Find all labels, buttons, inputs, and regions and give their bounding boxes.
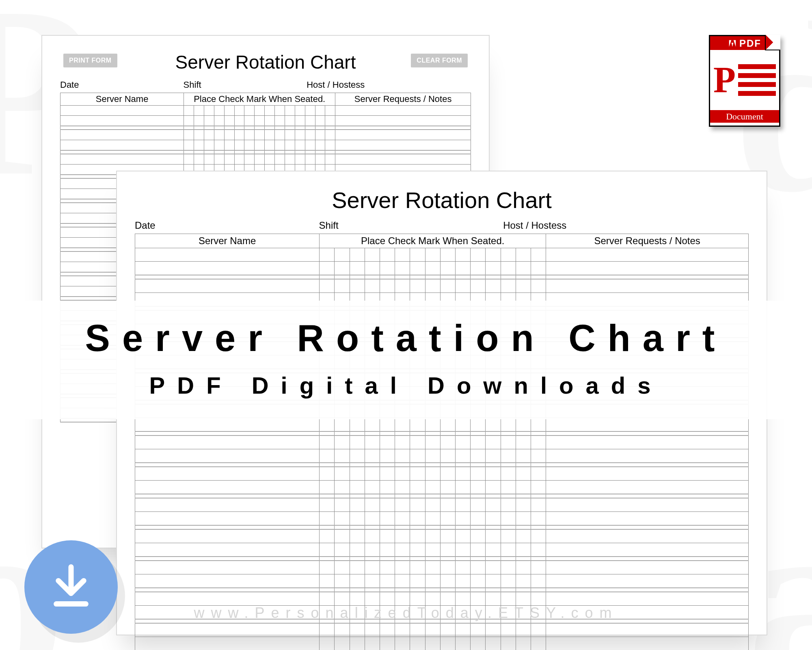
cell-notes[interactable]	[546, 543, 749, 557]
field-label-date: Date	[135, 220, 319, 231]
promo-overlay-line2: PDF Digital Downloads	[0, 372, 812, 399]
cell-notes[interactable]	[546, 574, 749, 588]
cell-check-grid[interactable]	[320, 467, 546, 481]
cell-check-grid[interactable]	[320, 637, 546, 650]
cell-server-name[interactable]	[135, 481, 320, 494]
cell-notes[interactable]	[335, 116, 471, 126]
cell-server-name[interactable]	[135, 449, 320, 463]
col-header-notes: Server Requests / Notes	[335, 93, 471, 106]
cell-server-name[interactable]	[135, 498, 320, 512]
cell-server-name[interactable]	[60, 154, 184, 165]
cell-server-name[interactable]	[60, 116, 184, 126]
cell-server-name[interactable]	[135, 529, 320, 543]
download-icon	[45, 561, 97, 613]
cell-notes[interactable]	[335, 154, 471, 165]
cell-check-grid[interactable]	[320, 561, 546, 574]
cell-check-grid[interactable]	[320, 418, 546, 432]
field-label-date: Date	[60, 80, 184, 90]
cell-notes[interactable]	[546, 561, 749, 574]
cell-check-grid[interactable]	[320, 449, 546, 463]
cell-check-grid[interactable]	[320, 262, 546, 275]
cell-notes[interactable]	[335, 140, 471, 151]
cell-check-grid[interactable]	[320, 248, 546, 262]
print-form-button[interactable]: PRINT FORM	[63, 54, 117, 67]
cell-server-name[interactable]	[135, 561, 320, 574]
promo-overlay-line1: Server Rotation Chart	[0, 317, 812, 360]
col-header-notes: Server Requests / Notes	[546, 234, 749, 248]
table-separator	[135, 588, 749, 592]
cell-check-grid[interactable]	[184, 106, 335, 116]
cell-check-grid[interactable]	[320, 529, 546, 543]
cell-notes[interactable]	[546, 592, 749, 606]
cell-server-name[interactable]	[135, 467, 320, 481]
table-row	[135, 481, 749, 494]
cell-notes[interactable]	[546, 512, 749, 526]
table-row	[135, 623, 749, 637]
table-row	[135, 529, 749, 543]
cell-notes[interactable]	[546, 623, 749, 637]
clear-form-button[interactable]: CLEAR FORM	[411, 54, 468, 67]
table-row	[60, 154, 471, 165]
cell-notes[interactable]	[546, 637, 749, 650]
cell-check-grid[interactable]	[184, 154, 335, 165]
table-row	[135, 561, 749, 574]
cell-notes[interactable]	[335, 130, 471, 140]
cell-server-name[interactable]	[60, 130, 184, 140]
cell-check-grid[interactable]	[320, 512, 546, 526]
adobe-icon	[728, 39, 737, 48]
cell-notes[interactable]	[546, 529, 749, 543]
cell-check-grid[interactable]	[320, 436, 546, 449]
cell-server-name[interactable]	[135, 623, 320, 637]
cell-check-grid[interactable]	[320, 498, 546, 512]
download-badge[interactable]	[24, 540, 118, 634]
cell-check-grid[interactable]	[320, 574, 546, 588]
table-separator	[60, 126, 471, 130]
table-row	[135, 574, 749, 588]
cell-notes[interactable]	[546, 279, 749, 293]
cell-notes[interactable]	[546, 436, 749, 449]
cell-check-grid[interactable]	[184, 130, 335, 140]
cell-notes[interactable]	[546, 418, 749, 432]
field-row: Date Shift Host / Hostess	[135, 220, 749, 231]
cell-server-name[interactable]	[60, 106, 184, 116]
table-row	[135, 592, 749, 606]
cell-check-grid[interactable]	[184, 140, 335, 151]
pdf-badge-foot: Document	[710, 110, 779, 123]
cell-notes[interactable]	[546, 467, 749, 481]
table-row	[60, 106, 471, 116]
page-title: Server Rotation Chart	[60, 51, 471, 73]
pdf-badge-letter: P	[713, 62, 736, 98]
cell-server-name[interactable]	[135, 574, 320, 588]
cell-server-name[interactable]	[135, 418, 320, 432]
cell-check-grid[interactable]	[320, 279, 546, 293]
cell-notes[interactable]	[335, 106, 471, 116]
cell-server-name[interactable]	[135, 512, 320, 526]
field-row: Date Shift Host / Hostess	[60, 80, 471, 90]
promo-overlay: Server Rotation Chart PDF Digital Downlo…	[0, 301, 812, 419]
col-header-name: Server Name	[135, 234, 320, 248]
cell-server-name[interactable]	[60, 140, 184, 151]
cell-check-grid[interactable]	[320, 543, 546, 557]
cell-check-grid[interactable]	[320, 481, 546, 494]
table-separator	[135, 494, 749, 498]
cell-server-name[interactable]	[135, 543, 320, 557]
cell-notes[interactable]	[546, 262, 749, 275]
cell-server-name[interactable]	[135, 637, 320, 650]
cell-notes[interactable]	[546, 449, 749, 463]
table-separator	[135, 525, 749, 529]
pdf-badge-lines-icon	[738, 64, 776, 96]
cell-check-grid[interactable]	[184, 116, 335, 126]
field-label-shift: Shift	[319, 220, 503, 231]
cell-notes[interactable]	[546, 248, 749, 262]
cell-server-name[interactable]	[135, 279, 320, 293]
cell-check-grid[interactable]	[320, 623, 546, 637]
table-row	[135, 262, 749, 275]
cell-server-name[interactable]	[135, 248, 320, 262]
cell-notes[interactable]	[546, 498, 749, 512]
cell-notes[interactable]	[546, 481, 749, 494]
cell-server-name[interactable]	[135, 592, 320, 606]
cell-server-name[interactable]	[135, 262, 320, 275]
cell-server-name[interactable]	[135, 436, 320, 449]
table-separator	[135, 463, 749, 467]
cell-check-grid[interactable]	[320, 592, 546, 606]
